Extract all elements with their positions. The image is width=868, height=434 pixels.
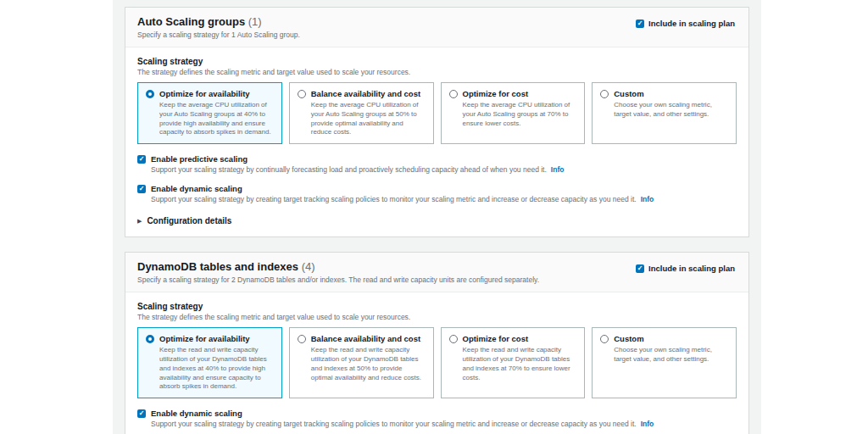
tile-balance-availability-and-cost[interactable]: Balance availability and cost Keep the a… <box>289 82 434 144</box>
radio-unselected-icon[interactable] <box>600 335 609 343</box>
tile-description: Keep the read and write capacity utiliza… <box>159 346 274 392</box>
section-count: (4) <box>302 260 315 273</box>
checkbox-label: Enable dynamic scaling <box>151 409 242 418</box>
section-header: Auto Scaling groups (1) Specify a scalin… <box>125 8 748 47</box>
tile-description: Keep the read and write capacity utiliza… <box>311 346 426 382</box>
section-title: DynamoDB tables and indexes (4) <box>137 260 539 273</box>
radio-unselected-icon[interactable] <box>600 90 609 98</box>
info-link[interactable]: Info <box>641 420 654 428</box>
tile-optimize-for-cost[interactable]: Optimize for cost Keep the average CPU u… <box>441 82 586 144</box>
tile-description: Choose your own scaling metric, target v… <box>614 346 728 364</box>
wizard-content-area: Auto Scaling groups (1) Specify a scalin… <box>113 0 761 434</box>
section-title-text: Auto Scaling groups <box>137 15 245 28</box>
checkbox-description-text: Support your scaling strategy by creatin… <box>151 420 637 428</box>
include-label: Include in scaling plan <box>648 19 735 28</box>
tile-description: Keep the average CPU utilization of your… <box>463 101 577 128</box>
strategy-tiles: Optimize for availability Keep the avera… <box>137 82 737 144</box>
tile-label: Optimize for cost <box>463 334 529 343</box>
scaling-strategy-description: The strategy defines the scaling metric … <box>137 68 737 76</box>
tile-description: Keep the read and write capacity utiliza… <box>463 346 577 382</box>
checkbox-checked-icon[interactable]: ✓ <box>636 264 644 273</box>
tile-description: Keep the average CPU utilization of your… <box>311 101 426 137</box>
info-link[interactable]: Info <box>551 165 565 174</box>
section-count: (1) <box>248 15 262 28</box>
tile-balance-availability-and-cost[interactable]: Balance availability and cost Keep the r… <box>289 327 434 398</box>
checkbox-checked-icon[interactable]: ✓ <box>137 409 146 418</box>
section-header: DynamoDB tables and indexes (4) Specify … <box>125 253 748 292</box>
checkbox-checked-icon[interactable]: ✓ <box>137 185 146 193</box>
section-description: Specify a scaling strategy for 1 Auto Sc… <box>137 31 300 39</box>
include-in-scaling-plan-checkbox[interactable]: ✓ Include in scaling plan <box>636 264 735 273</box>
tile-optimize-for-availability[interactable]: Optimize for availability Keep the avera… <box>137 82 282 144</box>
expander-triangle-icon: ▶ <box>137 218 142 225</box>
section-dynamodb-tables: DynamoDB tables and indexes (4) Specify … <box>125 252 749 434</box>
radio-selected-icon[interactable] <box>146 335 154 343</box>
checkbox-description-text: Support your scaling strategy by continu… <box>151 165 547 174</box>
tile-description: Keep the average CPU utilization of your… <box>159 101 274 137</box>
tile-label: Balance availability and cost <box>311 89 420 98</box>
checkbox-checked-icon[interactable]: ✓ <box>137 155 146 164</box>
tile-label: Custom <box>614 89 643 98</box>
checkbox-description: Support your scaling strategy by creatin… <box>151 420 737 428</box>
configuration-details-expander[interactable]: ▶ Configuration details <box>137 216 737 225</box>
scaling-strategy-label: Scaling strategy <box>137 302 737 311</box>
tile-custom[interactable]: Custom Choose your own scaling metric, t… <box>592 82 737 144</box>
expander-label: Configuration details <box>147 216 231 225</box>
include-label: Include in scaling plan <box>648 264 735 273</box>
tile-optimize-for-cost[interactable]: Optimize for cost Keep the read and writ… <box>441 327 586 398</box>
checkbox-label: Enable dynamic scaling <box>151 184 242 193</box>
radio-unselected-icon[interactable] <box>449 90 458 98</box>
section-title: Auto Scaling groups (1) <box>137 15 300 28</box>
strategy-tiles: Optimize for availability Keep the read … <box>137 327 737 398</box>
tile-optimize-for-availability[interactable]: Optimize for availability Keep the read … <box>137 327 282 398</box>
tile-label: Balance availability and cost <box>311 334 420 343</box>
tile-label: Optimize for cost <box>463 89 529 98</box>
radio-unselected-icon[interactable] <box>449 335 458 343</box>
scaling-strategy-description: The strategy defines the scaling metric … <box>137 313 737 321</box>
radio-selected-icon[interactable] <box>146 90 154 98</box>
enable-dynamic-scaling-row: ✓ Enable dynamic scaling Support your sc… <box>137 409 737 428</box>
checkbox-description: Support your scaling strategy by creatin… <box>151 195 737 203</box>
enable-dynamic-scaling-row: ✓ Enable dynamic scaling Support your sc… <box>137 184 737 203</box>
info-link[interactable]: Info <box>641 195 654 203</box>
radio-unselected-icon[interactable] <box>298 90 306 98</box>
tile-label: Custom <box>614 334 643 343</box>
tile-description: Choose your own scaling metric, target v… <box>614 101 728 120</box>
tile-label: Optimize for availability <box>159 89 250 98</box>
section-auto-scaling-groups: Auto Scaling groups (1) Specify a scalin… <box>125 7 749 237</box>
section-title-text: DynamoDB tables and indexes <box>137 260 298 273</box>
tile-label: Optimize for availability <box>159 334 250 343</box>
section-description: Specify a scaling strategy for 2 DynamoD… <box>137 275 539 284</box>
tile-custom[interactable]: Custom Choose your own scaling metric, t… <box>592 327 737 398</box>
checkbox-description: Support your scaling strategy by continu… <box>151 165 737 174</box>
checkbox-label: Enable predictive scaling <box>151 154 248 164</box>
include-in-scaling-plan-checkbox[interactable]: ✓ Include in scaling plan <box>636 19 735 28</box>
enable-predictive-scaling-row: ✓ Enable predictive scaling Support your… <box>137 154 737 174</box>
scaling-strategy-label: Scaling strategy <box>137 57 737 66</box>
checkbox-description-text: Support your scaling strategy by creatin… <box>151 195 637 203</box>
radio-unselected-icon[interactable] <box>298 335 306 343</box>
checkbox-checked-icon[interactable]: ✓ <box>636 19 644 28</box>
